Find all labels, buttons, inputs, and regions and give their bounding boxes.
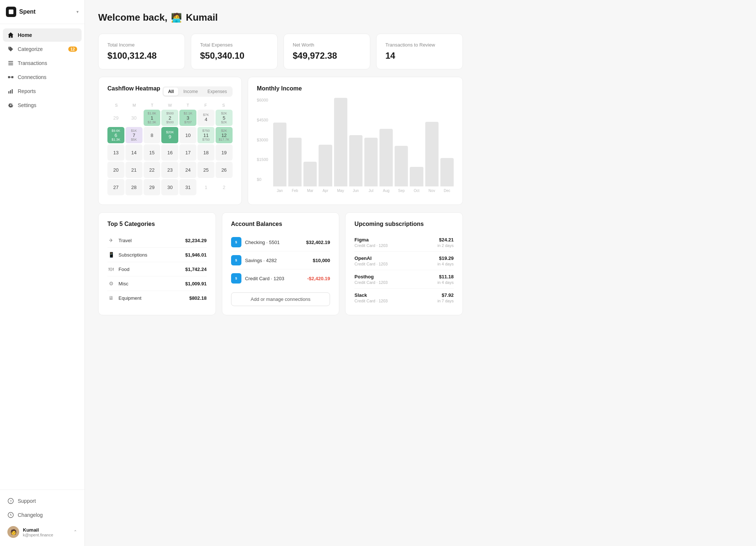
heatmap-cell[interactable]: 21 [126,162,142,178]
app-name: Spent [19,8,73,15]
bottom-row: Top 5 Categories ✈ Travel $2,234.29 📱 Su… [98,212,463,315]
chart-bar[interactable] [334,98,347,186]
heatmap-cell[interactable]: 19 [216,144,233,161]
subscriptions-list: Figma Credit Card · 1203 $24.21 in 2 day… [354,233,454,307]
heatmap-cell[interactable]: $2K12$17.7K [216,127,233,143]
heatmap-cell[interactable]: $7K4 [197,110,214,126]
sidebar-item-categorize[interactable]: Categorize 12 [3,42,82,56]
category-item[interactable]: ✈ Travel $2,234.29 [107,233,207,248]
chart-bar[interactable] [319,145,332,186]
subscription-item[interactable]: OpenAI Credit Card · 1203 $19.29 in 4 da… [354,252,454,270]
category-item[interactable]: ⚙ Misc $1,009.91 [107,277,207,291]
sub-left: OpenAI Credit Card · 1203 [354,255,437,266]
category-item[interactable]: 🍽 Food $1,742.24 [107,262,207,277]
heatmap-cell: 1 [197,179,214,195]
chart-bar-col [319,98,332,186]
chart-bar-col [364,98,378,186]
chart-bar[interactable] [440,158,454,186]
chart-bar[interactable] [425,122,439,186]
heatmap-cell[interactable]: $20K9 [161,127,178,143]
chart-area: $6000 $4500 $3000 $1500 $0 JanFebMarAprM… [257,98,454,193]
heatmap-cell[interactable]: 26 [216,162,233,178]
stat-value: $50,340.10 [200,51,268,61]
heatmap-cell[interactable]: 25 [197,162,214,178]
sidebar-item-changelog[interactable]: Changelog [3,508,82,522]
heatmap-cell[interactable]: 18 [197,144,214,161]
category-item[interactable]: 🖥 Equipment $802.18 [107,291,207,305]
chart-bar[interactable] [395,146,408,186]
sub-name: Slack [354,292,437,298]
subscription-item[interactable]: Figma Credit Card · 1203 $24.21 in 2 day… [354,233,454,252]
y-label: $1500 [257,157,273,162]
tab-income[interactable]: Income [179,87,202,96]
connections-icon [7,74,14,80]
sidebar-item-label: Connections [18,74,47,80]
heatmap-cell[interactable]: $2K5$2K [216,110,233,126]
sidebar-header[interactable]: Spent ▾ [0,0,85,24]
heatmap-cell[interactable]: $1.8K1$2.3K [144,110,161,126]
heatmap-cell[interactable]: 23 [161,162,178,178]
sidebar-item-support[interactable]: ? Support [3,494,82,508]
category-item[interactable]: 📱 Subscriptions $1,946.01 [107,248,207,262]
chart-bar[interactable] [288,138,302,186]
sidebar-item-reports[interactable]: Reports [3,85,82,98]
sub-timing: in 2 days [437,243,454,248]
chart-bar[interactable] [410,167,423,186]
sidebar-item-connections[interactable]: Connections [3,71,82,84]
gear-icon [7,102,14,109]
tab-all[interactable]: All [164,87,178,96]
heatmap-cell[interactable]: 22 [144,162,161,178]
account-balance: $10,000 [313,258,330,263]
tab-expenses[interactable]: Expenses [203,87,231,96]
heatmap-cell[interactable]: $1K7$5K [126,127,142,143]
heatmap-cell[interactable]: $9.6K6$1.3K [107,127,124,143]
heatmap-cell[interactable]: 31 [179,179,196,195]
chart-bar-col [349,98,362,186]
heatmap-cell[interactable]: 27 [107,179,124,195]
sidebar-item-label: Reports [18,88,36,94]
sidebar-item-home[interactable]: Home [3,28,82,42]
account-item[interactable]: $ Checking · 5501 $32,402.19 [231,233,330,251]
sub-meta: Credit Card · 1203 [354,280,437,285]
sidebar-item-transactions[interactable]: Transactions [3,56,82,70]
user-profile[interactable]: 🧑 Kumail k@spent.finance ⌃ [3,522,82,542]
heatmap-cell[interactable]: $2.1K3$707 [179,110,196,126]
heatmap-cell[interactable]: $5002$500 [161,110,178,126]
heatmap-cell[interactable]: 20 [107,162,124,178]
welcome-text: Welcome back, [98,12,167,23]
category-icon: 📱 [107,251,115,258]
chart-bar[interactable] [273,123,286,186]
heatmap-cell[interactable]: 10 [179,127,196,143]
chart-bar[interactable] [379,129,393,186]
heatmap-cell: 29 [107,110,124,126]
svg-rect-4 [10,90,11,93]
heatmap-cell[interactable]: 14 [126,144,142,161]
heatmap-cell[interactable]: 16 [161,144,178,161]
account-icon: $ [231,273,241,284]
heatmap-day-headers: S M T W T F S [107,103,233,107]
chart-bar[interactable] [349,135,362,186]
stat-label: Net Worth [293,42,361,48]
chart-bar-col [410,98,423,186]
heatmap-cell[interactable]: 29 [144,179,161,195]
heatmap-cell[interactable]: 15 [144,144,161,161]
chart-bar[interactable] [303,162,317,186]
heatmap-cell[interactable]: 8 [144,127,161,143]
add-connections-button[interactable]: Add or manage connections [231,292,330,306]
heatmap-cell[interactable]: 24 [179,162,196,178]
sidebar-item-settings[interactable]: Settings [3,99,82,112]
heatmap-cell[interactable]: $75011$750 [197,127,214,143]
account-item[interactable]: $ Savings · 4282 $10,000 [231,251,330,269]
account-item[interactable]: $ Credit Card · 1203 -$2,420.19 [231,269,330,287]
y-label: $6000 [257,98,273,102]
heatmap-cell[interactable]: 30 [161,179,178,195]
chart-bar[interactable] [364,138,378,186]
heatmap-cell[interactable]: 13 [107,144,124,161]
heatmap-cell[interactable]: 28 [126,179,142,195]
stat-card-2: Net Worth $49,972.38 [284,34,370,69]
subscription-item[interactable]: Posthog Credit Card · 1203 $11.18 in 4 d… [354,270,454,289]
subscription-item[interactable]: Slack Credit Card · 1203 $7.92 in 7 days [354,289,454,307]
heatmap-cell[interactable]: 17 [179,144,196,161]
user-chevron-icon: ⌃ [73,529,77,535]
sub-left: Slack Credit Card · 1203 [354,292,437,303]
